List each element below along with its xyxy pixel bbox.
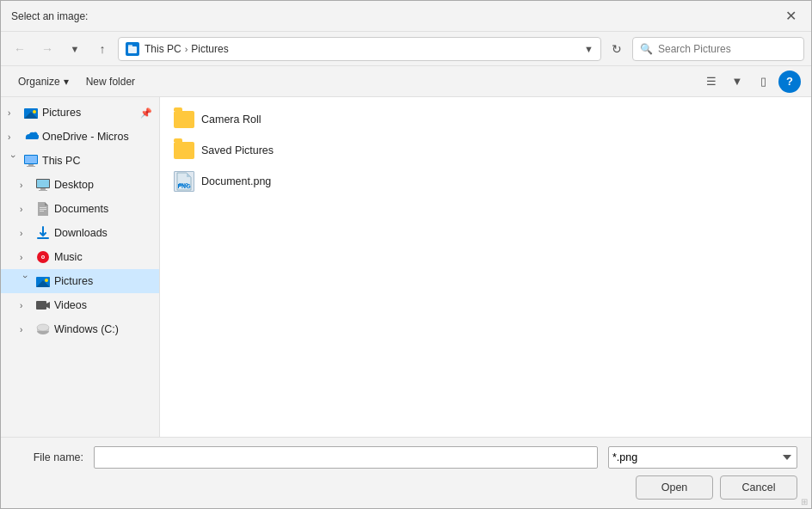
file-item-saved-pictures[interactable]: Saved Pictures bbox=[167, 135, 804, 166]
sidebar-item-pictures-pin[interactable]: › Pictures 📌 bbox=[1, 101, 159, 125]
svg-point-22 bbox=[45, 279, 48, 282]
sidebar-item-desktop[interactable]: › Desktop bbox=[1, 173, 159, 197]
sidebar-item-onedrive[interactable]: › OneDrive - Micros bbox=[1, 125, 159, 149]
pane-view-button[interactable]: ▯ bbox=[751, 71, 775, 93]
filename-input[interactable] bbox=[94, 446, 598, 469]
sidebar-label-music: Music bbox=[54, 251, 83, 263]
sidebar-item-videos[interactable]: › Videos bbox=[1, 293, 159, 317]
sidebar-label-videos: Videos bbox=[54, 299, 87, 311]
recent-locations-button[interactable]: ▼ bbox=[63, 37, 87, 61]
action-row: Open Cancel bbox=[15, 475, 797, 500]
address-bar[interactable]: This PC › Pictures ▼ bbox=[118, 37, 601, 61]
filetype-select[interactable]: *.png *.jpg *.bmp *.gif All files bbox=[608, 446, 797, 469]
cancel-button[interactable]: Cancel bbox=[720, 475, 797, 500]
file-dialog: Select an image: ✕ ← → ▼ ↑ This PC › Pic… bbox=[0, 0, 812, 509]
sidebar-label-thispc: This PC bbox=[42, 155, 80, 167]
new-folder-button[interactable]: New folder bbox=[79, 71, 142, 93]
file-list: Camera Roll Saved Pictures PNG Document.… bbox=[160, 97, 811, 437]
svg-rect-7 bbox=[28, 164, 34, 166]
file-name-camera-roll: Camera Roll bbox=[201, 113, 261, 126]
organize-button[interactable]: Organize ▾ bbox=[11, 71, 76, 93]
sidebar-chevron-desktop: › bbox=[20, 181, 32, 190]
view-buttons: ☰ ▼ ▯ bbox=[699, 71, 775, 93]
file-name-saved-pictures: Saved Pictures bbox=[201, 144, 274, 156]
sidebar-chevron-pictures-thispc: › bbox=[21, 275, 31, 287]
address-dropdown-icon[interactable]: ▼ bbox=[584, 44, 594, 54]
organize-label: Organize bbox=[18, 76, 60, 88]
music-icon bbox=[35, 249, 51, 265]
svg-rect-15 bbox=[40, 211, 44, 212]
desktop-icon bbox=[35, 177, 51, 193]
svg-rect-23 bbox=[36, 301, 46, 310]
title-bar: Select an image: ✕ bbox=[1, 1, 811, 32]
sidebar-item-downloads[interactable]: › Downloads bbox=[1, 221, 159, 245]
sidebar-chevron-onedrive: › bbox=[8, 132, 20, 142]
sidebar-item-thispc[interactable]: › This PC bbox=[1, 149, 159, 173]
svg-text:PNG: PNG bbox=[179, 182, 188, 187]
sidebar-chevron-thispc: › bbox=[9, 155, 19, 167]
thispc-icon bbox=[23, 153, 39, 169]
sidebar-item-documents[interactable]: › Documents bbox=[1, 197, 159, 221]
help-button[interactable]: ? bbox=[778, 71, 801, 93]
sidebar-label-downloads: Downloads bbox=[54, 227, 108, 239]
svg-point-27 bbox=[37, 324, 49, 331]
sidebar-label-desktop: Desktop bbox=[54, 179, 94, 191]
pictures-thispc-icon bbox=[35, 273, 51, 289]
open-button[interactable]: Open bbox=[636, 475, 713, 500]
sidebar-label-onedrive: OneDrive - Micros bbox=[42, 131, 129, 143]
sidebar-item-music[interactable]: › Music bbox=[1, 245, 159, 269]
svg-rect-12 bbox=[39, 190, 47, 191]
sidebar: › Pictures 📌 › bbox=[1, 97, 160, 437]
sidebar-item-pictures-thispc[interactable]: › Pictures bbox=[1, 269, 159, 293]
close-button[interactable]: ✕ bbox=[780, 6, 801, 27]
view-dropdown-button[interactable]: ▼ bbox=[725, 71, 749, 93]
sidebar-chevron-documents: › bbox=[20, 205, 32, 214]
file-item-camera-roll[interactable]: Camera Roll bbox=[167, 104, 804, 135]
folder-icon-saved-pictures bbox=[174, 142, 194, 159]
search-input[interactable] bbox=[658, 43, 797, 55]
organize-chevron: ▾ bbox=[64, 76, 69, 88]
back-button[interactable]: ← bbox=[8, 37, 32, 61]
svg-rect-13 bbox=[40, 207, 46, 208]
sidebar-chevron-music: › bbox=[20, 253, 32, 262]
svg-rect-16 bbox=[37, 237, 49, 239]
svg-rect-10 bbox=[37, 180, 49, 187]
address-bar-path: This PC › Pictures bbox=[145, 43, 575, 55]
svg-point-4 bbox=[33, 110, 36, 113]
sidebar-chevron-downloads: › bbox=[20, 229, 32, 238]
svg-point-19 bbox=[42, 256, 44, 258]
windows-drive-icon bbox=[35, 322, 51, 337]
search-bar[interactable]: 🔍 bbox=[632, 37, 804, 61]
pin-icon: 📌 bbox=[140, 107, 152, 119]
sidebar-chevron-pictures-pin: › bbox=[8, 108, 20, 118]
dialog-title: Select an image: bbox=[11, 10, 88, 22]
png-file-icon: PNG bbox=[174, 171, 194, 192]
pictures-pin-icon bbox=[23, 105, 39, 120]
sidebar-item-windows[interactable]: › Windows (C:) bbox=[1, 317, 159, 341]
file-name-document-png: Document.png bbox=[201, 175, 271, 187]
refresh-button[interactable]: ↻ bbox=[605, 37, 629, 61]
up-button[interactable]: ↑ bbox=[90, 37, 114, 61]
filename-label: File name: bbox=[15, 451, 83, 463]
list-view-button[interactable]: ☰ bbox=[699, 71, 723, 93]
list-view-icon: ☰ bbox=[706, 75, 717, 88]
resize-handle[interactable]: ⊞ bbox=[801, 497, 808, 506]
documents-icon bbox=[35, 201, 51, 217]
address-bar-icon bbox=[126, 42, 139, 56]
forward-button[interactable]: → bbox=[35, 37, 59, 61]
view-dropdown-icon: ▼ bbox=[732, 75, 743, 88]
svg-rect-6 bbox=[25, 156, 37, 163]
sidebar-label-pictures-pin: Pictures bbox=[42, 107, 81, 119]
file-item-document-png[interactable]: PNG Document.png bbox=[167, 166, 804, 197]
bottom-bar: File name: *.png *.jpg *.bmp *.gif All f… bbox=[1, 437, 811, 508]
pane-view-icon: ▯ bbox=[760, 75, 766, 88]
filename-row: File name: *.png *.jpg *.bmp *.gif All f… bbox=[15, 446, 797, 469]
svg-rect-11 bbox=[40, 188, 46, 190]
svg-rect-1 bbox=[128, 45, 132, 47]
svg-rect-14 bbox=[40, 209, 46, 210]
toolbar: Organize ▾ New folder ☰ ▼ ▯ ? bbox=[1, 66, 811, 97]
folder-icon-camera-roll bbox=[174, 111, 194, 128]
onedrive-icon bbox=[23, 129, 39, 144]
sidebar-chevron-windows: › bbox=[20, 325, 32, 334]
videos-icon bbox=[35, 297, 51, 313]
